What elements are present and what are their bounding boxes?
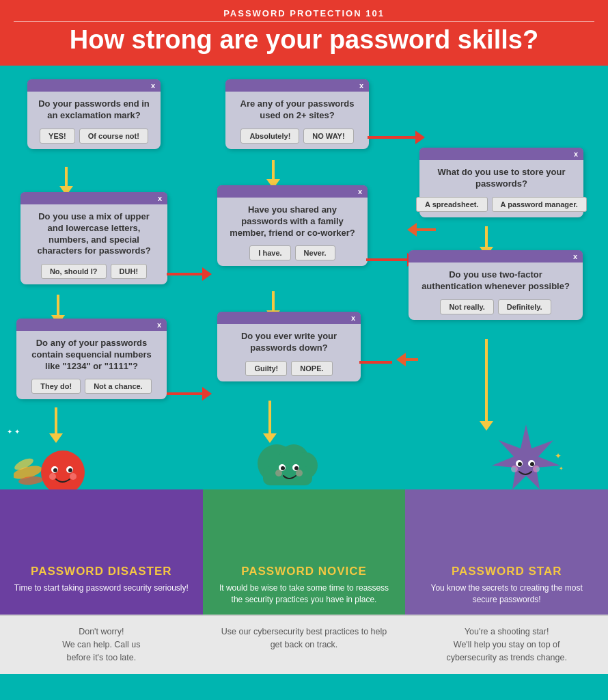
svg-point-3 — [41, 450, 85, 494]
svg-text:✦: ✦ — [555, 451, 562, 461]
dialog-2: x Are any of your passwords used on 2+ s… — [225, 79, 369, 149]
svg-point-17 — [294, 466, 299, 470]
dialog-5: x What do you use to store your password… — [419, 148, 583, 217]
dialog-4-close[interactable]: x — [358, 187, 362, 196]
dialog-8-titlebar: x — [409, 250, 583, 262]
dialog-1-body: Do your passwords end in an exclamation … — [27, 92, 161, 149]
dialog-5-btn2[interactable]: A password manager. — [492, 197, 587, 212]
dialog-8-question: Do you use two-factor authentication whe… — [418, 269, 573, 293]
novice-desc: It would be wise to take some time to re… — [217, 582, 392, 606]
dialog-6-btn1[interactable]: They do! — [31, 379, 81, 394]
dialog-4-btn2[interactable]: Never. — [295, 245, 335, 260]
dialog-3-btn2[interactable]: DUH! — [111, 264, 148, 279]
dialog-4-body: Have you shared any passwords with a fam… — [217, 198, 368, 267]
result-card-star: PASSWORD STAR You know the secrets to cr… — [405, 489, 608, 615]
dialog-3: x Do you use a mix of upper and lowercas… — [20, 192, 167, 285]
dialog-1: x Do your passwords end in an exclamatio… — [27, 79, 161, 149]
result-cards: PASSWORD DISASTER Time to start taking p… — [0, 489, 608, 615]
svg-point-9 — [70, 473, 77, 480]
svg-point-16 — [281, 466, 285, 470]
dialog-5-buttons: A spreadsheet. A password manager. — [429, 197, 574, 212]
dialog-4-btn1[interactable]: I have. — [249, 245, 290, 260]
header-title: How strong are your password skills? — [14, 26, 594, 55]
dialog-6: x Do any of your passwords contain seque… — [16, 319, 167, 400]
svg-point-26 — [533, 466, 540, 472]
svg-point-25 — [511, 466, 518, 472]
dialog-7-btn1[interactable]: Guilty! — [245, 361, 287, 376]
dialog-4: x Have you shared any passwords with a f… — [217, 185, 368, 267]
dialog-2-close[interactable]: x — [359, 81, 363, 90]
arrow-d8-definitely-down — [480, 339, 493, 431]
disaster-desc: Time to start taking password security s… — [14, 582, 189, 594]
dialog-1-close[interactable]: x — [151, 81, 155, 90]
dialog-2-btn2[interactable]: NO WAY! — [303, 129, 353, 144]
disaster-title: PASSWORD DISASTER — [14, 565, 189, 578]
svg-point-18 — [275, 470, 282, 476]
dialog-7-btn2[interactable]: NOPE. — [291, 361, 332, 376]
dialog-3-btn1[interactable]: No, should I? — [41, 264, 107, 279]
dialog-2-body: Are any of your passwords used on 2+ sit… — [225, 92, 369, 149]
dialog-7-question: Do you ever write your passwords down? — [227, 331, 351, 354]
svg-rect-13 — [263, 466, 312, 485]
dialog-5-close[interactable]: x — [574, 150, 578, 158]
arrow-d7-nope-right — [359, 361, 392, 364]
dialog-2-btn1[interactable]: Absolutely! — [240, 129, 299, 144]
dialog-3-close[interactable]: x — [158, 194, 162, 202]
arrow-to-d8 — [396, 353, 418, 366]
svg-text:✦: ✦ — [559, 466, 564, 472]
star-title: PASSWORD STAR — [419, 565, 594, 578]
footer-star: You're a shooting star! We'll help you s… — [405, 615, 608, 673]
dialog-4-titlebar: x — [217, 185, 368, 198]
dialog-8: x Do you use two-factor authentication w… — [409, 250, 583, 320]
dialog-6-body: Do any of your passwords contain sequenc… — [16, 331, 167, 400]
dialog-5-question: What do you use to store your passwords? — [429, 167, 574, 190]
dialog-1-btn1[interactable]: YES! — [40, 129, 75, 144]
svg-point-24 — [530, 462, 534, 466]
dialog-7-body: Do you ever write your passwords down? G… — [217, 324, 361, 381]
dialog-7: x Do you ever write your passwords down?… — [217, 312, 361, 381]
svg-point-23 — [518, 462, 522, 466]
dialog-7-buttons: Guilty! NOPE. — [227, 361, 351, 376]
footer-cards: Don't worry! We can help. Call us before… — [0, 615, 608, 673]
dialog-6-question: Do any of your passwords contain sequenc… — [26, 338, 157, 373]
dialog-2-buttons: Absolutely! NO WAY! — [235, 129, 359, 144]
svg-point-6 — [53, 468, 57, 472]
dialog-1-btn2[interactable]: Of course not! — [79, 129, 148, 144]
dialog-6-close[interactable]: x — [157, 321, 161, 329]
svg-marker-20 — [492, 425, 560, 489]
arrow-d1-yes-down — [59, 167, 73, 196]
dialog-3-buttons: No, should I? DUH! — [30, 264, 158, 279]
svg-point-7 — [68, 468, 72, 472]
dialog-4-question: Have you shared any passwords with a fam… — [227, 204, 358, 239]
dialog-1-question: Do your passwords end in an exclamation … — [37, 98, 151, 122]
dialog-8-btn1[interactable]: Not really. — [440, 299, 493, 314]
dialog-8-buttons: Not really. Definitely. — [418, 299, 573, 314]
page-wrapper: PASSWORD PROTECTION 101 How strong are y… — [0, 0, 608, 674]
arrow-d2-noway-right — [368, 131, 425, 144]
content-area: x Do your passwords end in an exclamatio… — [0, 66, 608, 489]
novice-title: PASSWORD NOVICE — [217, 565, 392, 578]
dialog-6-buttons: They do! Not a chance. — [26, 379, 157, 394]
dialog-5-titlebar: x — [419, 148, 583, 160]
header: PASSWORD PROTECTION 101 How strong are y… — [0, 0, 608, 66]
arrow-to-d5 — [407, 223, 436, 237]
dialog-3-question: Do you use a mix of upper and lowercase … — [30, 211, 158, 258]
dialog-3-body: Do you use a mix of upper and lowercase … — [20, 204, 167, 285]
dialog-1-titlebar: x — [27, 79, 161, 92]
dialog-4-buttons: I have. Never. — [227, 245, 358, 260]
dialog-5-btn1[interactable]: A spreadsheet. — [416, 197, 487, 212]
dialog-2-question: Are any of your passwords used on 2+ sit… — [235, 98, 359, 122]
dialog-8-close[interactable]: x — [573, 252, 577, 260]
footer-disaster: Don't worry! We can help. Call us before… — [0, 615, 203, 673]
arrow-d3-duh-right — [167, 267, 212, 281]
dialog-6-titlebar: x — [16, 319, 167, 331]
dialog-8-btn2[interactable]: Definitely. — [498, 299, 551, 314]
dialog-3-titlebar: x — [20, 192, 167, 204]
dialog-6-btn2[interactable]: Not a chance. — [85, 379, 152, 394]
dialog-2-titlebar: x — [225, 79, 369, 92]
dialog-5-body: What do you use to store your passwords?… — [419, 160, 583, 217]
decoration-dots: ✦ ✦ — [7, 428, 20, 435]
footer-disaster-text: Don't worry! We can help. Call us before… — [14, 625, 189, 664]
dialog-7-close[interactable]: x — [351, 314, 355, 322]
arrow-d6-nochance-right — [167, 387, 212, 401]
